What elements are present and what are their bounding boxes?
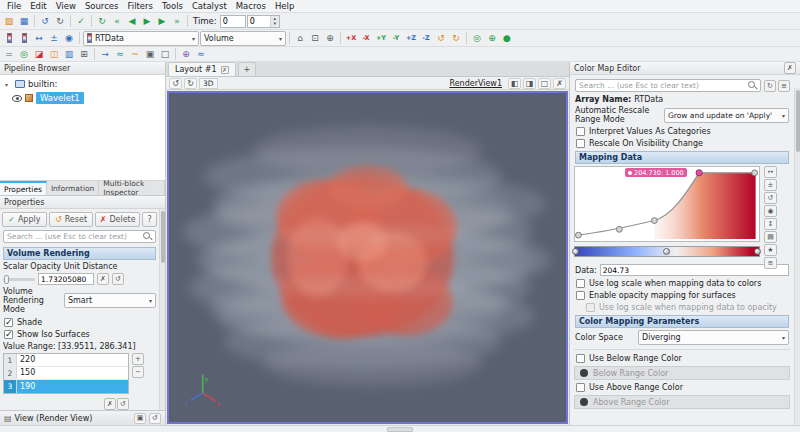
zoom-to-data-icon[interactable]: ⊕ [323, 31, 337, 45]
auto-apply-icon[interactable]: ✓ [74, 14, 88, 28]
new-layout-tab-button[interactable]: + [238, 62, 257, 76]
camera-undo-icon[interactable]: ↺ [169, 78, 182, 89]
probe-location-icon[interactable]: ⊕ [179, 47, 193, 61]
show-iso-surfaces-checkbox[interactable] [4, 330, 13, 339]
data-value-input[interactable] [600, 264, 789, 276]
panel-options-icon[interactable]: ≡ [778, 80, 790, 92]
undo-icon[interactable]: ↺ [38, 14, 52, 28]
previous-frame-icon[interactable]: ◀ [125, 14, 139, 28]
scrollbar-thumb[interactable] [796, 90, 800, 152]
interpret-categories-checkbox[interactable] [576, 127, 585, 136]
calculator-filter-icon[interactable]: = [2, 47, 16, 61]
rescale-visibility-checkbox[interactable] [576, 139, 585, 148]
plot-over-line-icon[interactable]: ≈ [194, 47, 208, 61]
iso-value-cell[interactable]: 190 [17, 380, 128, 393]
open-file-icon[interactable]: ▨ [2, 14, 16, 28]
advanced-options-icon[interactable]: ≡ [764, 257, 777, 269]
paste-view-state-icon[interactable]: ↺ [149, 413, 161, 424]
reset-camera-icon[interactable]: ⌂ [293, 31, 307, 45]
tab-properties[interactable]: Properties [0, 181, 47, 195]
split-horizontal-icon[interactable]: ◧ [508, 78, 521, 89]
edit-color-map-icon[interactable] [17, 31, 31, 45]
reset-button[interactable]: ↺ Reset [49, 212, 94, 227]
volume-rendering-mode-combo[interactable]: Smart ▾ [64, 293, 156, 308]
invert-transfer-functions-icon[interactable]: ↕ [764, 218, 777, 230]
menu-tools[interactable]: Tools [158, 1, 187, 11]
frame-input[interactable] [248, 16, 270, 27]
rescale-custom-range-icon[interactable]: ± [764, 179, 777, 191]
reset-center-icon[interactable]: ● [500, 31, 514, 45]
opacity-function-plot[interactable]: 204.730: 1.000 [574, 166, 760, 242]
warp-filter-icon[interactable]: ~ [128, 47, 142, 61]
color-by-array-combo[interactable]: RTData ▾ [83, 31, 199, 46]
close-view-icon[interactable]: ✗ [553, 78, 566, 89]
slice-filter-icon[interactable]: ◫ [47, 47, 61, 61]
menu-catalyst[interactable]: Catalyst [188, 1, 231, 11]
menu-view[interactable]: View [52, 1, 80, 11]
colormap-scrollbar[interactable] [794, 88, 800, 425]
delete-button[interactable]: ✗ Delete [95, 212, 140, 227]
spin-down-icon[interactable]: ▾ [271, 21, 279, 27]
set-view-plus-x-icon[interactable]: +X [344, 31, 358, 45]
slider-knob[interactable] [4, 275, 9, 284]
use-above-range-checkbox[interactable] [576, 383, 585, 392]
view-render-view-bar[interactable]: ▤ View (Render View) ▣ ↺ [0, 410, 165, 425]
iso-value-row-selected[interactable]: 3 190 [4, 380, 128, 393]
last-frame-icon[interactable]: » [170, 14, 184, 28]
rescale-over-time-icon[interactable]: ↺ [764, 192, 777, 204]
tab-multiblock-inspector[interactable]: Multi-block Inspector [99, 181, 165, 195]
log-scale-colors-checkbox[interactable] [576, 279, 585, 288]
iso-value-row[interactable]: 2 150 [4, 367, 128, 380]
representation-combo[interactable]: Volume ▾ [200, 31, 286, 46]
save-data-icon[interactable]: ▦ [17, 14, 31, 28]
shade-checkbox[interactable] [4, 318, 13, 327]
ungroup-icon[interactable]: □ [158, 47, 172, 61]
iso-value-cell[interactable]: 220 [17, 354, 128, 366]
remove-value-icon[interactable]: − [132, 366, 144, 378]
menu-help[interactable]: Help [271, 1, 298, 11]
extract-subset-icon[interactable]: ⊞ [77, 47, 91, 61]
render-view-title[interactable]: RenderView1 [449, 79, 506, 88]
scrollbar-thumb[interactable] [161, 211, 165, 263]
set-view-plus-z-icon[interactable]: +Z [404, 31, 418, 45]
redo-icon[interactable]: ↻ [53, 14, 67, 28]
menu-sources[interactable]: Sources [81, 1, 123, 11]
iso-value-row[interactable]: 1 220 [4, 354, 128, 367]
rescale-to-custom-range-icon[interactable]: ± [47, 31, 61, 45]
rescale-data-range-icon[interactable]: ↔ [764, 166, 777, 178]
menu-edit[interactable]: Edit [26, 1, 50, 11]
iso-value-cell[interactable]: 150 [17, 367, 128, 379]
stream-tracer-icon[interactable]: ≈ [113, 47, 127, 61]
pipeline-item-builtin[interactable]: ▾ builtin: [0, 77, 165, 91]
play-icon[interactable]: ▶ [140, 14, 154, 28]
tab-layout-1[interactable]: Layout #1 ✗ [168, 62, 236, 76]
set-view-minus-x-icon[interactable]: -X [359, 31, 373, 45]
frame-spinbox[interactable]: ▴ ▾ [247, 15, 280, 28]
scalar-opacity-input[interactable] [38, 273, 94, 285]
frame-spin-buttons[interactable]: ▴ ▾ [270, 16, 279, 27]
next-frame-icon[interactable]: ▶ [155, 14, 169, 28]
rescale-to-data-range-icon[interactable]: ↔ [32, 31, 46, 45]
clip-filter-icon[interactable]: ◪ [32, 47, 46, 61]
zoom-to-box-icon[interactable]: ⊡ [308, 31, 322, 45]
restore-defaults-icon[interactable]: ↺ [117, 398, 129, 410]
loop-animation-icon[interactable]: ↻ [95, 14, 109, 28]
set-view-plus-y-icon[interactable]: +Y [374, 31, 388, 45]
group-datasets-icon[interactable]: ▣ [143, 47, 157, 61]
interaction-mode-toggle[interactable]: 3D [199, 78, 218, 89]
show-center-axes-icon[interactable]: ◎ [470, 31, 484, 45]
menu-file[interactable]: File [3, 1, 25, 11]
add-value-icon[interactable]: + [132, 353, 144, 365]
pick-center-icon[interactable]: ⊕ [485, 31, 499, 45]
threshold-filter-icon[interactable]: ▥ [62, 47, 76, 61]
close-panel-icon[interactable]: ✗ [784, 62, 796, 74]
expander-icon[interactable]: ▾ [5, 81, 12, 88]
rotate-cw-icon[interactable]: ↻ [449, 31, 463, 45]
toggle-color-legend-icon[interactable] [2, 31, 16, 45]
choose-preset-icon[interactable]: ▤ [764, 231, 777, 243]
apply-button[interactable]: ✓ Apply [2, 212, 47, 227]
use-below-range-checkbox[interactable] [576, 354, 585, 363]
first-frame-icon[interactable]: « [110, 14, 124, 28]
color-space-combo[interactable]: Diverging ▾ [638, 330, 789, 345]
menu-macros[interactable]: Macros [232, 1, 270, 11]
